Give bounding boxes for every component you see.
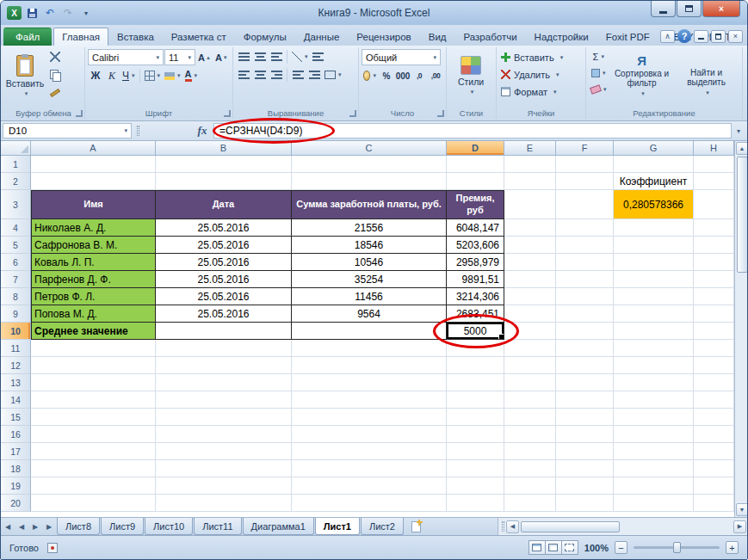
cell-D9[interactable]: 2683,451 xyxy=(447,305,504,323)
cell-A15[interactable] xyxy=(31,409,156,426)
cell-E15[interactable] xyxy=(504,409,556,426)
tab-Вид[interactable]: Вид xyxy=(420,28,455,46)
cell-A11[interactable] xyxy=(31,340,156,357)
qat-customize-button[interactable]: ▾ xyxy=(78,5,94,21)
minimize-ribbon-button[interactable]: ∧ xyxy=(660,30,675,43)
expand-formula-bar-button[interactable]: ▾ xyxy=(732,123,745,138)
cell-G7[interactable] xyxy=(614,271,694,288)
sheet-tab-Лист9[interactable]: Лист9 xyxy=(101,518,144,535)
cell-F9[interactable] xyxy=(556,305,614,323)
column-header-B[interactable]: B xyxy=(156,141,292,156)
cell-H12[interactable] xyxy=(694,357,734,374)
cut-button[interactable] xyxy=(47,49,63,65)
clear-button[interactable]: ▾ xyxy=(589,82,609,97)
borders-button[interactable]: ▾ xyxy=(143,68,163,83)
row-header-7[interactable]: 7 xyxy=(1,271,31,288)
close-button[interactable]: × xyxy=(702,1,740,17)
row-header-18[interactable]: 18 xyxy=(1,460,31,477)
cell-E17[interactable] xyxy=(504,443,556,460)
cell-G10[interactable] xyxy=(614,323,694,340)
cell-C18[interactable] xyxy=(292,460,447,477)
cell-E19[interactable] xyxy=(504,477,556,495)
row-header-13[interactable]: 13 xyxy=(1,374,31,391)
tab-Главная[interactable]: Главная xyxy=(53,28,108,46)
vertical-scroll-thumb[interactable] xyxy=(737,157,748,273)
first-sheet-button[interactable]: ◀ xyxy=(1,518,15,535)
cell-F19[interactable] xyxy=(556,477,614,495)
cell-G17[interactable] xyxy=(614,443,694,460)
cell-G19[interactable] xyxy=(614,477,694,495)
insert-cells-button[interactable]: Вставить ▾ xyxy=(499,49,583,65)
cell-D2[interactable] xyxy=(447,173,504,190)
row-header-4[interactable]: 4 xyxy=(1,219,31,237)
undo-button[interactable]: ↶ xyxy=(42,5,58,21)
cell-G9[interactable] xyxy=(614,305,694,323)
cell-D1[interactable] xyxy=(447,156,504,173)
row-header-2[interactable]: 2 xyxy=(1,173,31,190)
scroll-left-button[interactable]: ◀ xyxy=(506,520,519,533)
cell-A20[interactable] xyxy=(31,495,156,512)
cell-B10[interactable] xyxy=(156,323,292,340)
workbook-close-button[interactable]: × xyxy=(728,30,743,43)
cell-G20[interactable] xyxy=(614,495,694,512)
cell-H8[interactable] xyxy=(694,288,734,305)
autosum-button[interactable]: Σ▾ xyxy=(589,49,609,65)
cell-F14[interactable] xyxy=(556,391,614,409)
normal-view-button[interactable] xyxy=(529,540,546,555)
cell-D15[interactable] xyxy=(447,409,504,426)
column-header-A[interactable]: A xyxy=(31,141,156,156)
cell-C20[interactable] xyxy=(292,495,447,512)
cell-D5[interactable]: 5203,606 xyxy=(447,237,504,254)
cell-C9[interactable]: 9564 xyxy=(292,305,447,323)
cell-F6[interactable] xyxy=(556,254,614,271)
horizontal-scroll-thumb[interactable] xyxy=(521,521,620,532)
accounting-format-button[interactable]: ▾ xyxy=(362,68,378,83)
font-name-select[interactable]: Calibri ▾ xyxy=(88,49,164,65)
zoom-out-button[interactable]: − xyxy=(615,541,627,554)
find-select-button[interactable]: Найти и выделить ▾ xyxy=(676,49,738,102)
styles-button[interactable]: Стили ▾ xyxy=(449,49,492,102)
tab-Разметка ст[interactable]: Разметка ст xyxy=(163,28,235,46)
cell-B2[interactable] xyxy=(156,173,292,190)
dialog-launcher-icon[interactable] xyxy=(224,110,231,117)
insert-function-button[interactable]: fx xyxy=(191,123,213,138)
cell-D3[interactable]: Премия, руб xyxy=(447,190,504,219)
cell-G11[interactable] xyxy=(614,340,694,357)
cell-D18[interactable] xyxy=(447,460,504,477)
sheet-tab-Лист2[interactable]: Лист2 xyxy=(361,518,404,535)
font-size-select[interactable]: 11 ▾ xyxy=(164,49,195,65)
cell-B20[interactable] xyxy=(156,495,292,512)
cell-G18[interactable] xyxy=(614,460,694,477)
insert-worksheet-button[interactable] xyxy=(405,518,426,535)
row-header-16[interactable]: 16 xyxy=(1,426,31,443)
cell-E8[interactable] xyxy=(504,288,556,305)
cell-D16[interactable] xyxy=(447,426,504,443)
cell-D12[interactable] xyxy=(447,357,504,374)
sheet-tab-Лист11[interactable]: Лист11 xyxy=(194,518,241,535)
cell-E16[interactable] xyxy=(504,426,556,443)
row-header-5[interactable]: 5 xyxy=(1,237,31,254)
row-header-1[interactable]: 1 xyxy=(1,156,31,173)
cell-H9[interactable] xyxy=(694,305,734,323)
copy-button[interactable] xyxy=(47,67,63,83)
tab-Файл[interactable]: Файл xyxy=(3,28,52,46)
sheet-tab-Лист1[interactable]: Лист1 xyxy=(315,518,360,535)
cell-B14[interactable] xyxy=(156,391,292,409)
dialog-launcher-icon[interactable] xyxy=(349,110,356,117)
cell-H16[interactable] xyxy=(694,426,734,443)
zoom-in-button[interactable]: + xyxy=(726,541,739,554)
cell-F16[interactable] xyxy=(556,426,614,443)
row-header-9[interactable]: 9 xyxy=(1,305,31,323)
select-all-button[interactable] xyxy=(1,141,31,156)
name-box-splitter[interactable] xyxy=(132,123,144,138)
cell-B6[interactable]: 25.05.2016 xyxy=(156,254,292,271)
row-header-15[interactable]: 15 xyxy=(1,409,31,426)
cell-A16[interactable] xyxy=(31,426,156,443)
cell-H19[interactable] xyxy=(694,477,734,495)
cell-G13[interactable] xyxy=(614,374,694,391)
cell-F15[interactable] xyxy=(556,409,614,426)
sheet-tab-Диаграмма1[interactable]: Диаграмма1 xyxy=(243,518,314,535)
cell-H1[interactable] xyxy=(694,156,734,173)
cell-C7[interactable]: 35254 xyxy=(292,271,447,288)
row-header-6[interactable]: 6 xyxy=(1,254,31,271)
